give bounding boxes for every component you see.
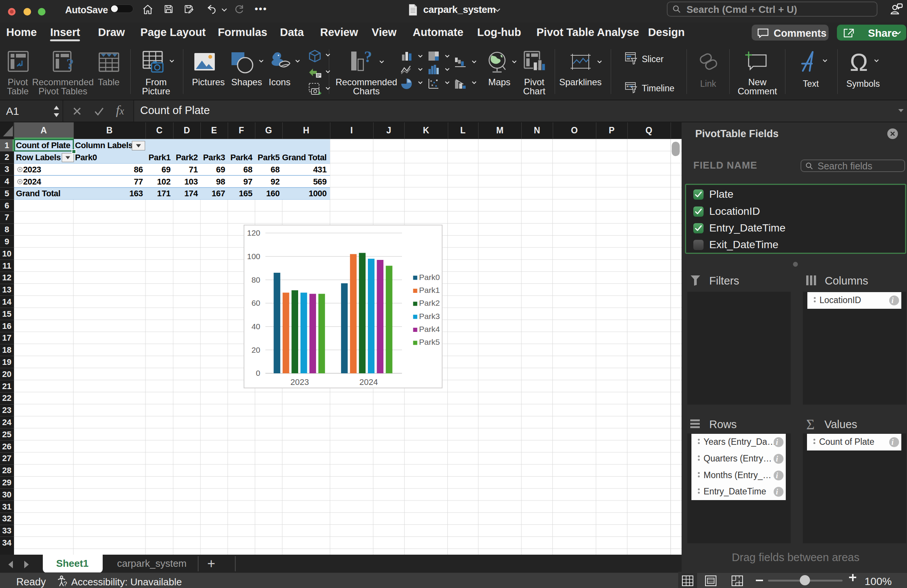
svg-text:2024: 2024 [359,377,378,387]
svg-text:0: 0 [256,369,260,377]
svg-text:2023: 2023 [291,377,309,387]
svg-text:100: 100 [247,252,260,261]
svg-text:?: ? [64,580,67,587]
svg-text:?: ? [364,51,372,66]
svg-text:Park1: Park1 [419,286,440,294]
svg-text:Park2: Park2 [419,298,440,307]
svg-text:Park0: Park0 [419,273,440,282]
svg-text:?: ? [66,55,74,72]
svg-text:Park4: Park4 [419,325,440,333]
svg-text:Park3: Park3 [419,312,440,320]
svg-text:80: 80 [252,276,260,284]
svg-text:40: 40 [252,322,260,331]
svg-text:120: 120 [247,229,260,237]
svg-text:20: 20 [252,346,260,354]
svg-text:60: 60 [252,298,260,307]
svg-text:Park5: Park5 [419,338,440,346]
